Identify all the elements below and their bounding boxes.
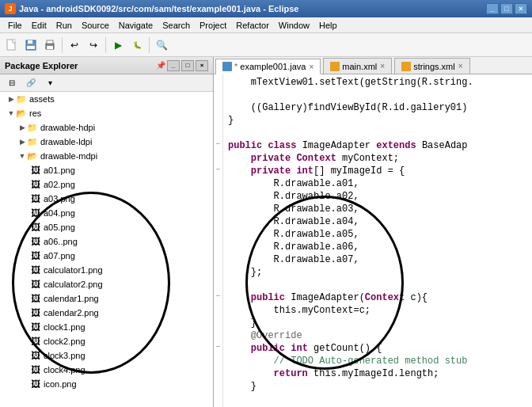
toggle-res[interactable]: ▼ (6, 108, 16, 118)
tree-item-calendar1[interactable]: 🖼 calendar1.png (0, 291, 213, 306)
code-line-11: R.drawable.a03, (228, 203, 527, 215)
marker-15 (214, 252, 222, 264)
code-line-20: } (228, 317, 527, 329)
toggle-drawable-mdpi[interactable]: ▼ (17, 151, 27, 161)
tree-item-drawable-hdpi[interactable]: ▶ 📁 drawable-hdpi (0, 120, 213, 135)
tree-item-drawable-mdpi[interactable]: ▼ 📂 drawable-mdpi (0, 149, 213, 163)
explorer-menu-button[interactable]: ▾ (41, 74, 59, 92)
tree-label-assets: assets (29, 94, 55, 104)
menu-bar: File Edit Run Source Navigate Search Pro… (0, 17, 532, 33)
menu-project[interactable]: Project (195, 19, 231, 32)
window-title: Java - androidSDK0092/src/com/sam/test/e… (19, 4, 298, 13)
marker-23 (214, 353, 222, 366)
tab-close-example001[interactable]: × (309, 63, 314, 71)
tree-item-calculator2[interactable]: 🖼 calculator2.png (0, 277, 213, 291)
tab-strings-xml[interactable]: strings.xml × (394, 58, 469, 74)
menu-source[interactable]: Source (77, 19, 114, 32)
code-line-25: } (228, 380, 527, 393)
tree-label-calculator2: calculator2.png (44, 280, 103, 289)
menu-window[interactable]: Window (274, 19, 314, 32)
tree-label-drawable-mdpi: drawable-mdpi (40, 151, 97, 161)
folder-icon-drawable-mdpi: 📂 (27, 150, 38, 162)
tree-item-a03[interactable]: 🖼 a03.png (0, 192, 213, 206)
code-content[interactable]: mTextView01.setText(getString(R.string. … (223, 74, 532, 407)
panel-close-btn[interactable]: × (196, 60, 208, 71)
tree-item-clock3[interactable]: 🖼 clock3.png (0, 348, 213, 363)
tree-item-a04[interactable]: 🖼 a04.png (0, 206, 213, 220)
new-button[interactable] (3, 36, 21, 54)
redo-button[interactable]: ↪ (85, 36, 102, 54)
tree-item-calculator1[interactable]: 🖼 calculator1.png (0, 263, 213, 277)
marker-1 (214, 74, 222, 87)
menu-navigate[interactable]: Navigate (114, 19, 158, 32)
tree-item-a01[interactable]: 🖼 a01.png (0, 163, 213, 177)
tab-main-xml[interactable]: main.xml × (323, 58, 392, 74)
tree-item-icon[interactable]: 🖼 icon.png (0, 377, 213, 391)
close-button[interactable]: × (515, 3, 527, 14)
tree-label-icon: icon.png (44, 379, 77, 389)
tree-item-clock4[interactable]: 🖼 clock4.png (0, 363, 213, 377)
marker-16 (214, 264, 222, 277)
tab-example001[interactable]: * example001.java × (215, 59, 321, 74)
tree-item-res[interactable]: ▼ 📂 res (0, 106, 213, 120)
tree-item-assets[interactable]: ▶ 📁 assets (0, 92, 213, 106)
package-explorer: Package Explorer 📌 _ □ × ⊟ 🔗 ▾ ▶ 📁 asset… (0, 57, 214, 407)
explorer-toolbar: ⊟ 🔗 ▾ (0, 74, 213, 92)
tab-label-main-xml: main.xml (342, 62, 377, 71)
tree-item-a07[interactable]: 🖼 a07.png (0, 249, 213, 263)
marker-10 (214, 188, 222, 201)
collapse-all-button[interactable]: ⊟ (3, 74, 21, 92)
marker-13 (214, 226, 222, 239)
code-line-6: public class ImageAdapter extends BaseAd… (228, 139, 527, 152)
tree-label-clock1: clock1.png (44, 322, 86, 332)
file-icon-a07: 🖼 (30, 250, 41, 261)
panel-minimize-btn[interactable]: _ (167, 60, 180, 71)
code-line-4: } (228, 114, 527, 127)
explorer-tree[interactable]: ▶ 📁 assets ▼ 📂 res ▶ 📁 drawable-hdpi ▶ 📁… (0, 92, 213, 407)
toggle-assets[interactable]: ▶ (6, 94, 16, 104)
marker-25 (214, 378, 222, 391)
tree-item-a05[interactable]: 🖼 a05.png (0, 220, 213, 234)
debug-button[interactable]: 🐛 (128, 36, 146, 54)
menu-file[interactable]: File (3, 19, 27, 32)
file-icon-clock1: 🖼 (30, 321, 41, 333)
toggle-drawable-ldpi[interactable]: ▶ (17, 137, 27, 146)
link-editor-button[interactable]: 🔗 (22, 74, 40, 92)
file-icon-clock2: 🖼 (30, 336, 41, 347)
menu-edit[interactable]: Edit (27, 19, 51, 32)
tab-icon-strings (401, 62, 411, 71)
tree-label-calendar1: calendar1.png (44, 294, 99, 303)
menu-refactor[interactable]: Refactor (231, 19, 274, 32)
tree-item-clock2[interactable]: 🖼 clock2.png (0, 334, 213, 348)
tab-close-main-xml[interactable]: × (380, 62, 385, 70)
tree-item-clock1[interactable]: 🖼 clock1.png (0, 320, 213, 334)
marker-17 (214, 277, 222, 290)
tab-close-strings-xml[interactable]: × (458, 62, 463, 70)
undo-button[interactable]: ↩ (66, 36, 83, 54)
save-button[interactable] (22, 36, 40, 54)
marker-9 (214, 176, 222, 188)
run-button[interactable]: ▶ (109, 36, 127, 54)
code-line-5 (228, 127, 527, 139)
minimize-button[interactable]: _ (486, 3, 499, 14)
search-button[interactable]: 🔍 (153, 36, 170, 54)
svg-rect-4 (27, 46, 35, 49)
marker-18: – (214, 290, 222, 302)
toggle-drawable-hdpi[interactable]: ▶ (17, 123, 27, 132)
maximize-button[interactable]: □ (500, 3, 513, 14)
tree-label-calculator1: calculator1.png (44, 265, 103, 275)
tree-item-a06[interactable]: 🖼 a06..png (0, 234, 213, 249)
print-button[interactable] (41, 36, 59, 54)
tree-item-a02[interactable]: 🖼 a02.png (0, 177, 213, 192)
menu-help[interactable]: Help (314, 19, 342, 32)
app-icon: J (5, 3, 16, 14)
tree-item-calendar2[interactable]: 🖼 calendar2.png (0, 306, 213, 320)
marker-22: – (214, 340, 222, 353)
tree-item-drawable-ldpi[interactable]: ▶ 📁 drawable-ldpi (0, 135, 213, 149)
file-icon-clock4: 🖼 (30, 364, 41, 375)
menu-search[interactable]: Search (158, 19, 195, 32)
code-line-16: }; (228, 266, 527, 279)
code-editor[interactable]: – – – – (214, 74, 532, 407)
panel-maximize-btn[interactable]: □ (181, 60, 194, 71)
menu-run[interactable]: Run (51, 19, 77, 32)
